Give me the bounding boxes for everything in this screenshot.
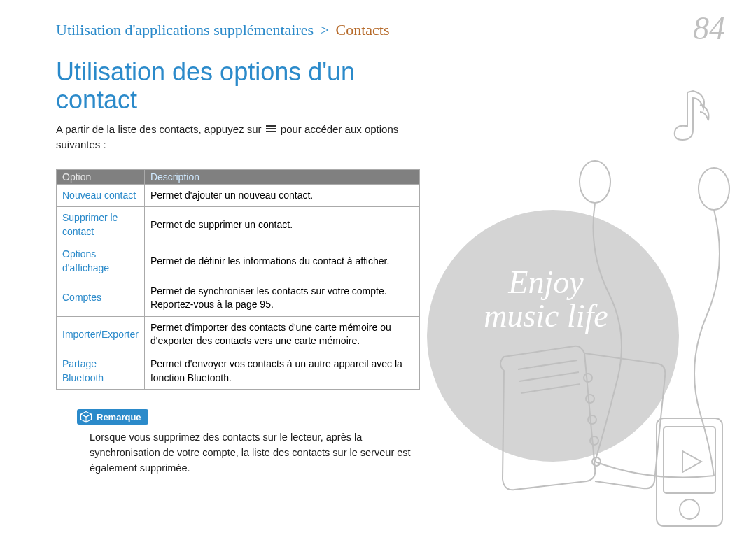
option-desc: Permet de synchroniser les contacts sur … — [144, 280, 419, 316]
note-text: Lorsque vous supprimez des contacts sur … — [77, 430, 413, 476]
option-name: Nouveau contact — [57, 184, 145, 207]
header-divider — [56, 45, 700, 45]
table-row: Supprimer le contact Permet de supprimer… — [57, 207, 420, 243]
menu-icon — [266, 125, 276, 134]
option-desc: Permet d'envoyer vos contacts à un autre… — [144, 353, 419, 390]
table-row: Nouveau contact Permet d'ajouter un nouv… — [57, 184, 420, 207]
svg-point-6 — [592, 457, 601, 466]
svg-point-5 — [590, 436, 598, 445]
option-desc: Permet de définir les informations du co… — [144, 243, 419, 280]
enjoy-text: Enjoy music life — [455, 266, 637, 334]
option-desc: Permet de supprimer un contact. — [144, 207, 419, 243]
option-name: Options d'affichage — [57, 243, 145, 280]
svg-rect-7 — [657, 418, 722, 526]
breadcrumb-main: Utilisation d'applications supplémentair… — [56, 21, 314, 38]
option-name: Comptes — [57, 280, 145, 316]
breadcrumb: Utilisation d'applications supplémentair… — [56, 21, 700, 39]
option-name: Importer/Exporter — [57, 316, 145, 353]
page-title: Utilisation des options d'un contact — [56, 58, 420, 113]
svg-point-1 — [699, 168, 729, 210]
table-row: Partage Bluetooth Permet d'envoyer vos c… — [57, 353, 420, 390]
svg-point-9 — [680, 499, 699, 519]
note-block: Remarque Lorsque vous supprimez des cont… — [56, 409, 420, 476]
option-desc: Permet d'importer des contacts d'une car… — [144, 316, 419, 353]
option-desc: Permet d'ajouter un nouveau contact. — [144, 184, 419, 207]
options-table: Option Description Nouveau contact Perme… — [56, 169, 420, 390]
enjoy-line2: music life — [484, 298, 608, 334]
note-label: Remarque — [97, 412, 141, 422]
intro-before: A partir de la liste des contacts, appuy… — [56, 123, 262, 135]
table-row: Options d'affichage Permet de définir le… — [57, 243, 420, 280]
svg-point-2 — [584, 374, 592, 382]
page-number: 84 — [693, 10, 725, 47]
intro-text: A partir de la liste des contacts, appuy… — [56, 122, 420, 152]
option-name: Partage Bluetooth — [57, 353, 145, 390]
decorative-illustration: Enjoy music life — [406, 63, 756, 511]
breadcrumb-sub: Contacts — [336, 21, 390, 38]
background-circle — [427, 210, 679, 462]
svg-point-3 — [586, 395, 594, 403]
player-device-icon — [651, 413, 728, 532]
table-row: Comptes Permet de synchroniser les conta… — [57, 280, 420, 316]
svg-rect-8 — [664, 427, 715, 493]
option-name: Supprimer le contact — [57, 207, 145, 243]
table-row: Importer/Exporter Permet d'importer des … — [57, 316, 420, 353]
header-description: Description — [144, 169, 419, 184]
svg-point-4 — [588, 415, 596, 424]
enjoy-line1: Enjoy — [508, 264, 583, 300]
svg-point-0 — [580, 161, 610, 203]
earphones-icon — [553, 154, 749, 490]
breadcrumb-chevron: > — [321, 21, 329, 38]
music-note-icon — [665, 84, 714, 147]
planner-icon — [490, 343, 672, 497]
cube-icon — [80, 411, 92, 423]
header-option: Option — [57, 169, 145, 184]
note-badge: Remarque — [77, 409, 148, 425]
